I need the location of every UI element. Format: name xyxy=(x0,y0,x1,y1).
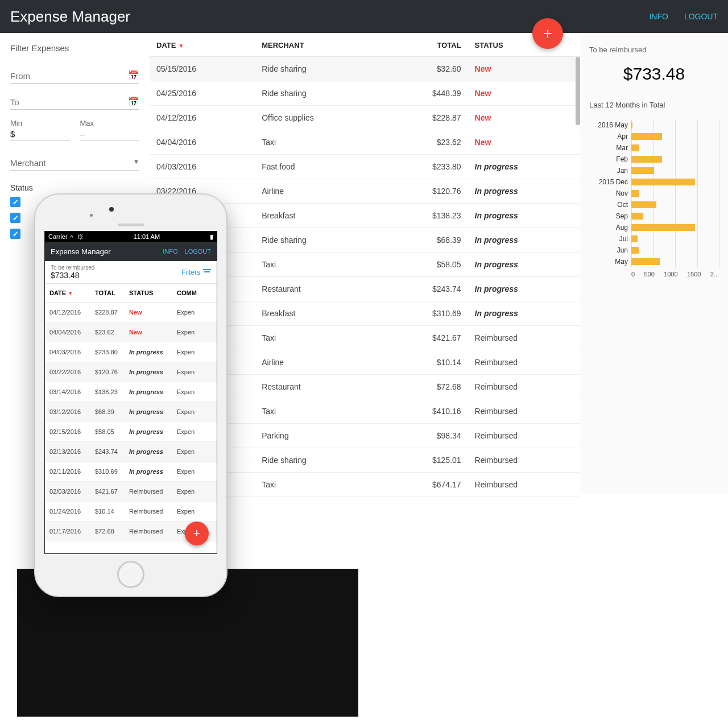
phone-table-row[interactable]: 04/03/2016 $233.80 In progress Expen xyxy=(45,342,217,362)
pcell-date: 03/14/2016 xyxy=(49,388,95,395)
min-label: Min xyxy=(10,119,70,127)
pcell-status: In progress xyxy=(129,408,177,415)
pcell-status: In progress xyxy=(129,369,177,375)
col-status[interactable]: STATUS xyxy=(468,33,580,57)
checkbox-checked-icon: ✓ xyxy=(10,213,20,223)
phone-table-row[interactable]: 02/13/2016 $243.74 In progress Expen xyxy=(45,442,217,462)
phone-table-row[interactable]: 03/22/2016 $120.76 In progress Expen xyxy=(45,362,217,382)
phone-col-comment[interactable]: COMM xyxy=(177,289,212,296)
cell-date: 05/15/2016 xyxy=(150,57,255,81)
phone-table-row[interactable]: 03/12/2016 $68.39 In progress Expen xyxy=(45,402,217,422)
checkbox-checked-icon: ✓ xyxy=(10,197,20,207)
phone-home-button[interactable] xyxy=(117,561,144,588)
calendar-icon[interactable]: 📅 xyxy=(128,70,139,81)
pcell-status: New xyxy=(129,329,177,336)
cell-merchant: Airline xyxy=(255,350,384,375)
pcell-date: 02/03/2016 xyxy=(49,488,95,495)
cell-total: $72.68 xyxy=(384,375,468,399)
app-header: Expense Manager INFO LOGOUT xyxy=(0,0,728,33)
phone-speaker-icon xyxy=(118,224,144,226)
cell-total: $138.23 xyxy=(384,204,468,228)
cell-status: Reimbursed xyxy=(468,350,580,375)
phone-add-button[interactable]: + xyxy=(185,522,209,545)
cell-status: New xyxy=(468,81,580,106)
max-field[interactable]: Max xyxy=(80,119,140,141)
cell-total: $310.69 xyxy=(384,301,468,326)
phone-table-row[interactable]: 02/03/2016 $421.67 Reimbursed Expen xyxy=(45,482,217,502)
filter-icon xyxy=(203,269,211,276)
calendar-icon[interactable]: 📅 xyxy=(128,96,139,107)
cell-merchant: Taxi xyxy=(255,253,384,277)
add-expense-button[interactable]: + xyxy=(532,18,563,49)
phone-col-status[interactable]: STATUS xyxy=(129,289,177,296)
pcell-comment: Expen xyxy=(177,448,212,455)
pcell-status: In progress xyxy=(129,448,177,455)
table-row[interactable]: 04/03/2016 Fast food $233.80 In progress xyxy=(150,155,580,179)
phone-logout-link[interactable]: LOGOUT xyxy=(185,248,211,255)
phone-table-row[interactable]: 02/11/2016 $310.69 In progress Expen xyxy=(45,462,217,482)
chart-label: Sep xyxy=(589,212,631,220)
table-row[interactable]: 04/04/2016 Taxi $23.62 New xyxy=(150,130,580,155)
chart-bar: Nov xyxy=(589,188,719,199)
scrollbar[interactable] xyxy=(576,57,580,125)
phone-table-row[interactable]: 03/14/2016 $138.23 In progress Expen xyxy=(45,382,217,402)
pcell-comment: Expen xyxy=(177,468,212,475)
phone-table-row[interactable]: 04/12/2016 $228.87 New Expen xyxy=(45,303,217,322)
logout-link[interactable]: LOGOUT xyxy=(684,12,718,21)
pcell-total: $120.76 xyxy=(95,369,129,375)
phone-camera-icon xyxy=(109,207,114,212)
cell-total: $125.01 xyxy=(384,448,468,473)
cell-merchant: Parking xyxy=(255,424,384,448)
table-row[interactable]: 05/15/2016 Ride sharing $32.60 New xyxy=(150,57,580,81)
checkbox-checked-icon: ✓ xyxy=(10,229,20,239)
table-row[interactable]: 04/25/2016 Ride sharing $448.39 New xyxy=(150,81,580,106)
axis-tick: 1500 xyxy=(687,271,701,278)
cell-total: $243.74 xyxy=(384,277,468,301)
col-date[interactable]: DATE▼ xyxy=(150,33,255,57)
to-date-field[interactable]: To 📅 xyxy=(10,95,139,110)
cell-total: $410.16 xyxy=(384,399,468,424)
phone-table-row[interactable]: 01/24/2016 $10.14 Reimbursed Expen xyxy=(45,502,217,522)
col-total[interactable]: TOTAL xyxy=(384,33,468,57)
cell-total: $98.34 xyxy=(384,424,468,448)
phone-table-row[interactable]: 02/15/2016 $58.05 In progress Expen xyxy=(45,422,217,442)
phone-info-link[interactable]: INFO xyxy=(163,248,177,255)
table-row[interactable]: 04/12/2016 Office supplies $228.87 New xyxy=(150,106,580,130)
chart-bar: Feb xyxy=(589,154,719,165)
reimburse-amount: $733.48 xyxy=(589,64,719,84)
monthly-chart: 2016 MayAprMarFebJan2015 DecNovOctSepAug… xyxy=(589,119,719,267)
phone-col-date[interactable]: DATE▼ xyxy=(49,289,95,296)
chart-label: Mar xyxy=(589,144,631,152)
max-label: Max xyxy=(80,119,140,127)
info-link[interactable]: INFO xyxy=(649,12,668,21)
chart-bar: Jan xyxy=(589,165,719,176)
phone-col-total[interactable]: TOTAL xyxy=(95,289,129,296)
cell-status: Reimbursed xyxy=(468,399,580,424)
cell-status: New xyxy=(468,57,580,81)
cell-status: In progress xyxy=(468,179,580,204)
pcell-date: 01/17/2016 xyxy=(49,528,95,535)
min-field[interactable]: Min xyxy=(10,119,70,141)
col-merchant[interactable]: MERCHANT xyxy=(255,33,384,57)
cell-merchant: Taxi xyxy=(255,473,384,497)
pcell-total: $58.05 xyxy=(95,428,129,435)
from-label: From xyxy=(10,69,139,84)
phone-table-row[interactable]: 04/04/2016 $23.62 New Expen xyxy=(45,322,217,342)
merchant-select[interactable]: Merchant ▼ xyxy=(10,156,139,171)
pcell-total: $68.39 xyxy=(95,408,129,415)
pcell-total: $421.67 xyxy=(95,488,129,495)
max-input[interactable] xyxy=(80,127,140,141)
phone-subheader: To be reimbursed $733.48 Filters xyxy=(45,261,217,284)
chart-bar: Mar xyxy=(589,142,719,154)
from-date-field[interactable]: From 📅 xyxy=(10,69,139,84)
cell-merchant: Ride sharing xyxy=(255,57,384,81)
cell-total: $233.80 xyxy=(384,155,468,179)
cell-total: $58.05 xyxy=(384,253,468,277)
pcell-total: $138.23 xyxy=(95,388,129,395)
pcell-date: 01/24/2016 xyxy=(49,508,95,515)
cell-merchant: Restaurant xyxy=(255,375,384,399)
min-input[interactable] xyxy=(10,127,70,141)
phone-filters-button[interactable]: Filters xyxy=(181,268,211,276)
chart-bar: Apr xyxy=(589,131,719,142)
chart-title: Last 12 Months in Total xyxy=(589,101,719,109)
